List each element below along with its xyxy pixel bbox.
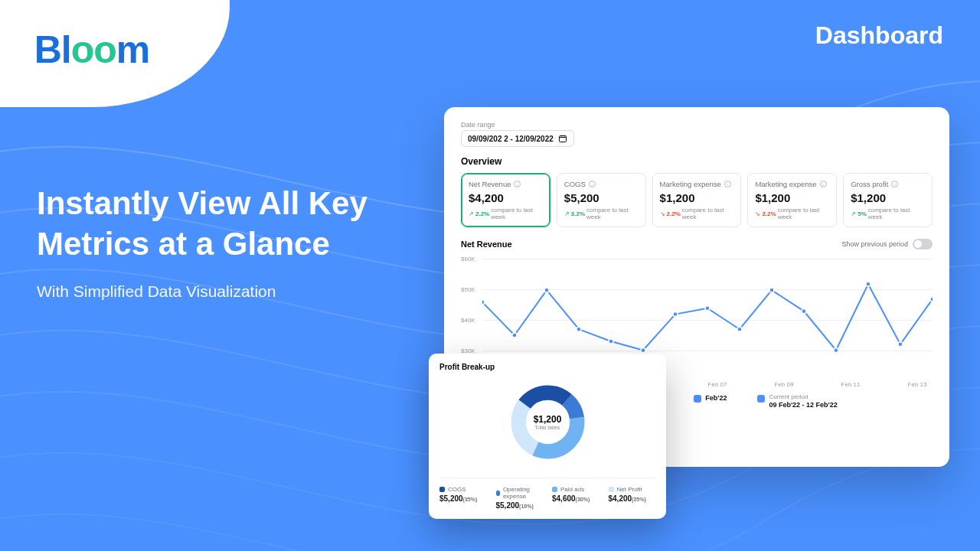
- page-title: Dashboard: [815, 21, 943, 50]
- legend-value: 09 Feb'22 - 12 Feb'22: [769, 401, 837, 409]
- legend-label: Paid ads: [560, 486, 584, 493]
- info-icon[interactable]: i: [724, 181, 731, 187]
- metric-value: $1,200: [660, 191, 734, 204]
- profit-breakup-item: Operating expense$5,200(10%): [496, 486, 544, 510]
- legend-label: Net Profit: [617, 486, 642, 493]
- svg-point-14: [898, 342, 903, 347]
- profit-breakup-title: Profit Break-up: [439, 363, 655, 371]
- toggle-label: Show previous period: [841, 240, 908, 248]
- svg-point-6: [641, 348, 645, 353]
- legend-label: Current period: [769, 394, 837, 401]
- daterange-label: Date range: [461, 121, 933, 129]
- metric-card[interactable]: Marketing expensei$1,200↘2.2% compare to…: [652, 173, 742, 227]
- x-tick: Feb 11: [835, 381, 866, 388]
- donut-chart: $1,200 Total sales: [439, 374, 655, 470]
- donut-center-value: $1,200: [534, 414, 562, 425]
- x-tick: Feb 13: [902, 381, 933, 388]
- legend-swatch: [496, 491, 500, 496]
- legend-swatch: [757, 395, 765, 403]
- metric-label: COGS: [564, 180, 586, 188]
- legend-label: Operating expense: [503, 486, 543, 500]
- metric-delta: ↘2.2% compare to last week: [660, 207, 734, 220]
- chart-title: Net Revenue: [461, 240, 512, 249]
- metric-cards-row: Net Revenuei$4,200↗2.2% compare to last …: [461, 173, 933, 227]
- svg-point-3: [544, 288, 549, 292]
- hero-sub: With Simplified Data Visualization: [37, 282, 420, 301]
- info-icon[interactable]: i: [820, 181, 827, 187]
- metric-label: Marketing expense: [755, 180, 816, 188]
- svg-point-11: [802, 309, 806, 314]
- metric-label: Net Revenue: [469, 180, 511, 188]
- svg-point-7: [673, 312, 678, 317]
- calendar-icon: [558, 134, 567, 143]
- legend-value: $4,200(25%): [609, 494, 656, 503]
- hero: Instantly View All Key Metrics at a Glan…: [37, 184, 420, 301]
- metric-delta: ↗5% compare to last week: [851, 207, 925, 220]
- metric-card[interactable]: Marketing expensei$1,200↘2.2% compare to…: [747, 173, 837, 227]
- info-icon[interactable]: i: [589, 181, 596, 187]
- svg-point-4: [577, 327, 581, 331]
- toggle-previous-period[interactable]: Show previous period: [841, 239, 933, 249]
- metric-label: Marketing expense: [660, 180, 721, 188]
- profit-breakup-item: Net Profit$4,200(25%): [609, 486, 656, 510]
- profit-breakup-legend: COGS$5,200(35%)Operating expense$5,200(1…: [439, 478, 655, 510]
- metric-card[interactable]: Gross profiti$1,200↗5% compare to last w…: [843, 173, 933, 227]
- legend-label: COGS: [448, 486, 466, 493]
- svg-point-15: [930, 297, 933, 302]
- legend-swatch: [439, 487, 445, 492]
- svg-rect-0: [559, 136, 566, 142]
- legend-value: $4,600(30%): [552, 494, 599, 503]
- metric-card[interactable]: Net Revenuei$4,200↗2.2% compare to last …: [461, 173, 550, 227]
- toggle-switch[interactable]: [913, 239, 933, 249]
- legend-swatch: [552, 487, 557, 492]
- profit-breakup-card: Profit Break-up $1,200 Total sales COGS$…: [429, 354, 666, 519]
- metric-value: $4,200: [469, 191, 543, 204]
- profit-breakup-item: COGS$5,200(35%): [439, 486, 487, 510]
- y-tick: $40K: [461, 317, 475, 324]
- metric-value: $5,200: [564, 191, 639, 204]
- brand-logo: Bloom: [34, 28, 150, 72]
- svg-point-12: [834, 348, 838, 353]
- svg-point-8: [705, 306, 710, 311]
- hero-headline: Instantly View All Key Metrics at a Glan…: [37, 184, 420, 264]
- metric-delta: ↘2.2% compare to last week: [755, 207, 829, 220]
- legend-value: $5,200(10%): [496, 501, 544, 510]
- svg-point-5: [609, 339, 613, 344]
- profit-breakup-item: Paid ads$4,600(30%): [552, 486, 599, 510]
- metric-value: $1,200: [851, 191, 925, 204]
- svg-point-2: [512, 333, 517, 337]
- legend-swatch: [694, 395, 701, 403]
- metric-delta: ↗2.2% compare to last week: [469, 207, 543, 220]
- metric-value: $1,200: [755, 191, 829, 204]
- metric-card[interactable]: COGSi$5,200↗3.2% compare to last week: [557, 173, 646, 227]
- metric-label: Gross profit: [851, 180, 888, 188]
- info-icon[interactable]: i: [514, 181, 521, 187]
- daterange-value: 09/09/202 2 - 12/09/2022: [468, 135, 554, 143]
- metric-delta: ↗3.2% compare to last week: [564, 207, 639, 220]
- x-tick: Feb 07: [702, 381, 733, 388]
- svg-point-10: [769, 288, 774, 292]
- legend-label: Feb'22: [705, 394, 727, 402]
- daterange-picker[interactable]: 09/09/202 2 - 12/09/2022: [461, 130, 574, 147]
- svg-point-1: [482, 300, 485, 305]
- donut-center-label: Total sales: [534, 425, 562, 430]
- y-tick: $60K: [461, 256, 475, 262]
- legend-value: $5,200(35%): [439, 494, 487, 503]
- overview-title: Overview: [461, 156, 933, 167]
- legend-swatch: [609, 487, 614, 492]
- x-tick: Feb 09: [769, 381, 799, 388]
- svg-point-13: [866, 282, 871, 286]
- svg-point-9: [737, 327, 742, 331]
- y-tick: $50K: [461, 286, 475, 293]
- info-icon[interactable]: i: [891, 181, 898, 187]
